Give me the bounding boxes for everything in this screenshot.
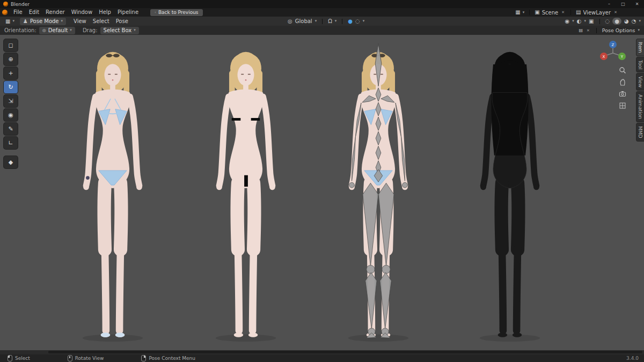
- tab-tool[interactable]: Tool: [636, 57, 644, 72]
- bracelet: [86, 176, 90, 180]
- figure-4-wireframe[interactable]: [480, 52, 540, 342]
- proportional-falloff-icon[interactable]: ◌: [355, 19, 360, 24]
- remove-viewlayer-icon[interactable]: ✕: [613, 10, 618, 14]
- camera-view-icon[interactable]: [618, 90, 627, 98]
- menu-view[interactable]: View: [70, 17, 90, 26]
- editor-type-icon: ▦: [5, 19, 10, 24]
- hint-context-menu: Pose Context Menu: [141, 355, 195, 361]
- figure-3-armature[interactable]: [348, 43, 409, 342]
- zoom-icon[interactable]: [618, 66, 627, 75]
- pose-options-panel-header: ▤ ✕ Pose Options ▾: [579, 27, 644, 33]
- figure-1-textured-model[interactable]: [83, 52, 143, 342]
- tool-settings-bar: Orientation: ◎ Default ▾ Drag: Select Bo…: [0, 26, 644, 35]
- pan-hand-icon[interactable]: [618, 78, 627, 86]
- chevron-down-icon[interactable]: ▾: [363, 19, 365, 23]
- proportional-editing-on-icon[interactable]: ●: [348, 19, 353, 24]
- svg-text:Y: Y: [620, 55, 624, 59]
- menu-select[interactable]: Select: [90, 17, 113, 26]
- shading-rendered-icon[interactable]: ◔: [632, 19, 636, 24]
- 3d-viewport[interactable]: ◻ ⊕ + ↻ ⇲ ◉ ✎ ∟ ◆ Z Y X: [0, 35, 644, 350]
- chevron-down-icon[interactable]: ▾: [335, 19, 337, 23]
- select-box-icon: ◻: [8, 42, 13, 49]
- minimize-button[interactable]: –: [602, 0, 616, 8]
- panel-icon[interactable]: ▤: [579, 28, 583, 33]
- xray-toggle-icon[interactable]: ▣: [589, 19, 594, 24]
- chevron-down-icon[interactable]: ▾: [584, 19, 587, 23]
- viewlayer-selector[interactable]: ViewLayer: [583, 10, 611, 16]
- sidebar-tabs: Item Tool View Animation MMD: [636, 39, 644, 141]
- sandal-left: [101, 333, 110, 337]
- chevron-down-icon[interactable]: ▾: [639, 19, 641, 23]
- menu-window[interactable]: Window: [68, 8, 96, 17]
- unlink-scene-icon[interactable]: ✕: [560, 10, 566, 14]
- transform-pivot-icon[interactable]: ◎: [288, 19, 292, 24]
- rotate-icon: ↻: [8, 84, 13, 91]
- hint-rotate-view: Rotate View: [68, 355, 104, 361]
- drag-label: Drag:: [83, 27, 98, 33]
- chevron-down-icon[interactable]: ▾: [638, 28, 640, 32]
- snap-magnet-icon[interactable]: Ω: [328, 19, 332, 24]
- navigation-gizmo[interactable]: Z Y X: [598, 39, 628, 65]
- shading-solid-icon[interactable]: ●: [614, 19, 619, 24]
- chevron-down-icon[interactable]: ▾: [572, 19, 574, 23]
- select-box-tool[interactable]: ◻: [4, 39, 18, 51]
- figure-2-base-mesh[interactable]: [216, 52, 276, 342]
- topbar: File Edit Render Window Help Pipeline ‹ …: [0, 8, 644, 17]
- shading-material-icon[interactable]: ◕: [624, 19, 629, 24]
- hand-bone-right[interactable]: [402, 182, 408, 188]
- scene-icon[interactable]: ▣: [535, 10, 539, 15]
- show-gizmos-icon[interactable]: ◉: [565, 19, 570, 24]
- shading-wireframe-icon[interactable]: ◌: [605, 19, 610, 24]
- measure-tool[interactable]: ∟: [4, 137, 18, 149]
- chevron-down-icon[interactable]: ▾: [315, 19, 317, 23]
- viewport-canvas[interactable]: [0, 35, 644, 350]
- menu-pipeline[interactable]: Pipeline: [114, 8, 142, 17]
- close-button[interactable]: ✕: [630, 0, 644, 8]
- pose-options-label[interactable]: Pose Options: [602, 27, 635, 33]
- divider: [342, 19, 342, 24]
- knee-joint-right[interactable]: [382, 265, 391, 274]
- close-panel-icon[interactable]: ✕: [586, 28, 591, 33]
- mode-dropdown[interactable]: ♟ Pose Mode ▾: [20, 18, 66, 25]
- tab-mmd[interactable]: MMD: [636, 123, 644, 141]
- orientation-dropdown[interactable]: Global: [295, 18, 312, 24]
- overlays-icon[interactable]: ◐: [577, 19, 582, 24]
- orientation-value-dropdown[interactable]: ◎ Default ▾: [39, 27, 75, 34]
- move-tool[interactable]: +: [4, 67, 18, 79]
- tab-animation[interactable]: Animation: [636, 92, 644, 122]
- blender-menu-icon[interactable]: [2, 10, 8, 15]
- menu-file[interactable]: File: [10, 8, 26, 17]
- menu-render[interactable]: Render: [42, 8, 68, 17]
- toggle-perspective-grid-icon[interactable]: [618, 101, 627, 110]
- timeline-scrollbar[interactable]: [48, 351, 642, 353]
- knee-joint-left[interactable]: [367, 265, 375, 274]
- hand-bone-left[interactable]: [349, 182, 355, 188]
- editor-type-button[interactable]: ▦ ▾: [2, 18, 18, 25]
- svg-text:Z: Z: [612, 43, 614, 47]
- menu-pose[interactable]: Pose: [113, 17, 131, 26]
- chevron-down-icon: ▾: [70, 28, 72, 32]
- armature-bones[interactable]: [349, 43, 408, 338]
- tab-view[interactable]: View: [636, 73, 644, 90]
- scale-tool[interactable]: ⇲: [4, 95, 18, 107]
- tab-item[interactable]: Item: [636, 39, 644, 56]
- chevron-down-icon[interactable]: ▾: [523, 11, 525, 14]
- cursor-tool[interactable]: ⊕: [4, 53, 18, 65]
- screen-layout-icon[interactable]: ▦: [515, 10, 520, 15]
- cursor-icon: ⊕: [8, 56, 13, 63]
- drag-value-dropdown[interactable]: Select Box ▾: [100, 27, 139, 34]
- transform-snap-controls: ◎ Global ▾ Ω ▾ ● ◌ ▾: [288, 17, 364, 26]
- tweak-tool[interactable]: ◆: [4, 156, 18, 168]
- timeline-strip[interactable]: [0, 350, 644, 354]
- rotate-tool[interactable]: ↻: [4, 81, 18, 93]
- pose-mode-icon: ♟: [23, 19, 28, 24]
- scene-selector[interactable]: Scene: [542, 10, 559, 16]
- menu-help[interactable]: Help: [96, 8, 114, 17]
- annotate-tool[interactable]: ✎: [4, 123, 18, 135]
- maximize-button[interactable]: □: [616, 0, 630, 8]
- transform-tool[interactable]: ◉: [4, 109, 18, 121]
- viewlayer-icon[interactable]: ▤: [576, 10, 581, 15]
- menu-edit[interactable]: Edit: [26, 8, 42, 17]
- right-mouse-icon: [141, 355, 146, 361]
- back-to-previous-button[interactable]: ‹ Back to Previous: [150, 9, 202, 16]
